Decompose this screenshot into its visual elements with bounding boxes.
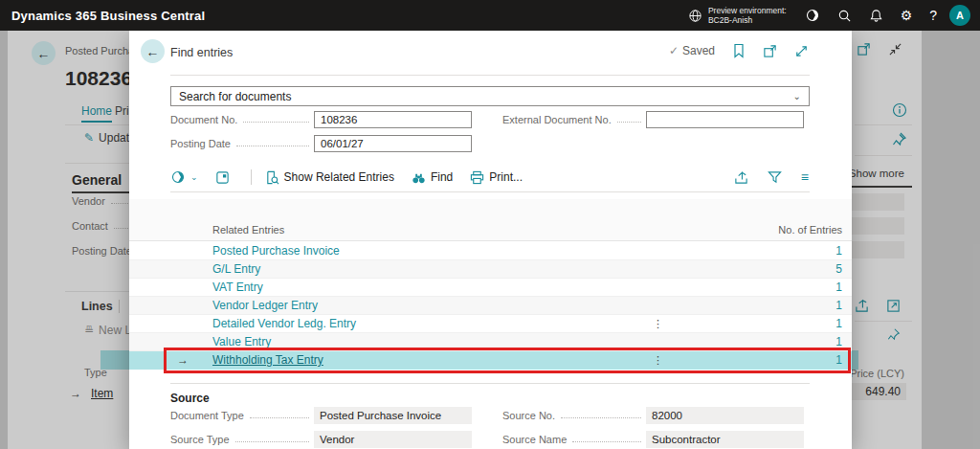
search-icon[interactable] xyxy=(829,0,860,31)
environment-indicator[interactable]: Preview environment: BC2B-Anish xyxy=(679,6,796,25)
related-entry-link[interactable]: Vendor Ledger Entry xyxy=(212,299,318,312)
posting-date-label: Posting Date xyxy=(170,138,314,149)
entry-count-link[interactable]: 1 xyxy=(835,317,842,330)
show-related-entries-button[interactable]: Show Related Entries xyxy=(265,170,394,185)
dialog-toolbar: ⌄ Show Related Entries Find Print... xyxy=(170,166,809,189)
expand-fullscreen-icon[interactable] xyxy=(794,44,809,58)
source-name-value: Subcontractor xyxy=(646,431,804,448)
row-pointer-arrow: → xyxy=(129,353,212,367)
environment-text: Preview environment: BC2B-Anish xyxy=(708,6,787,25)
row-context-menu-icon[interactable]: ⋮ xyxy=(653,354,746,367)
entry-count-link[interactable]: 1 xyxy=(835,335,842,348)
dialog-title: Find entries xyxy=(170,46,233,59)
analyze-icon[interactable] xyxy=(215,170,230,185)
related-entries-table: Posted Purchase Invoice ⋮ 1 G/L Entry ⋮ … xyxy=(129,242,852,370)
table-row[interactable]: Posted Purchase Invoice ⋮ 1 xyxy=(129,242,852,260)
filter-icon[interactable] xyxy=(768,170,782,185)
app-title: Dynamics 365 Business Central xyxy=(11,9,205,23)
find-entries-dialog: ← Find entries ✓ Saved Search for docume… xyxy=(129,31,852,449)
bookmark-icon[interactable] xyxy=(732,43,746,58)
print-button[interactable]: Print... xyxy=(470,170,523,185)
table-row[interactable]: → Withholding Tax Entry ⋮ 1 xyxy=(129,351,852,370)
source-section-heading: Source xyxy=(170,392,210,405)
globe-icon xyxy=(688,9,702,23)
dialog-header-icons: ✓ Saved xyxy=(669,43,809,58)
related-entry-link[interactable]: Posted Purchase Invoice xyxy=(212,244,340,258)
options-list-icon[interactable]: ≡ xyxy=(801,170,809,184)
entry-count-link[interactable]: 1 xyxy=(835,281,842,294)
external-document-no-label: External Document No. xyxy=(502,114,646,125)
document-type-label: Document Type xyxy=(170,410,314,421)
document-search-dropdown[interactable]: Search for documents ⌄ xyxy=(170,86,810,106)
entry-count-link[interactable]: 1 xyxy=(835,353,842,367)
source-name-label: Source Name xyxy=(502,434,646,445)
related-entry-link[interactable]: G/L Entry xyxy=(212,262,260,276)
copilot-icon[interactable] xyxy=(796,0,829,31)
table-row[interactable]: Value Entry ⋮ 1 xyxy=(129,333,852,351)
screen: Dynamics 365 Business Central Preview en… xyxy=(0,0,980,449)
entry-count-link[interactable]: 1 xyxy=(835,244,842,258)
related-entries-column-header: Related Entries xyxy=(212,224,284,236)
no-of-entries-column-header: No. of Entries xyxy=(778,224,842,236)
source-no-value: 82000 xyxy=(646,407,804,424)
user-avatar[interactable]: A xyxy=(949,5,970,26)
document-no-input[interactable] xyxy=(314,111,472,128)
table-row[interactable]: G/L Entry ⋮ 5 xyxy=(129,260,852,279)
saved-status: ✓ Saved xyxy=(669,44,715,57)
search-dropdown-value: Search for documents xyxy=(179,90,291,103)
copilot-menu-button[interactable]: ⌄ xyxy=(170,169,198,185)
source-type-label: Source Type xyxy=(170,434,314,445)
entry-count-link[interactable]: 5 xyxy=(835,262,842,276)
entry-count-link[interactable]: 1 xyxy=(835,299,842,312)
help-icon[interactable]: ? xyxy=(921,0,946,31)
notifications-bell-icon[interactable] xyxy=(860,0,892,31)
related-entries-table-header: Related Entries No. of Entries xyxy=(129,199,852,241)
row-context-menu-icon[interactable]: ⋮ xyxy=(653,318,746,330)
chevron-down-icon: ⌄ xyxy=(190,172,198,182)
related-entry-link[interactable]: Detailed Vendor Ledg. Entry xyxy=(212,317,356,330)
posting-date-input[interactable] xyxy=(314,135,472,152)
source-no-label: Source No. xyxy=(502,410,646,421)
dialog-back-button[interactable]: ← xyxy=(141,39,165,63)
related-entry-link[interactable]: Value Entry xyxy=(212,335,271,348)
external-document-no-input[interactable] xyxy=(646,111,804,128)
settings-gear-icon[interactable]: ⚙ xyxy=(892,0,922,31)
document-type-value: Posted Purchase Invoice xyxy=(314,407,472,424)
chevron-down-icon: ⌄ xyxy=(793,91,801,101)
find-button[interactable]: Find xyxy=(412,170,453,185)
saved-check-icon: ✓ xyxy=(669,44,679,57)
top-navigation-bar: Dynamics 365 Business Central Preview en… xyxy=(0,0,980,31)
source-type-value: Vendor xyxy=(314,431,472,448)
related-entry-link[interactable]: Withholding Tax Entry xyxy=(212,353,323,367)
table-row[interactable]: Vendor Ledger Entry ⋮ 1 xyxy=(129,297,852,315)
open-in-window-icon[interactable] xyxy=(763,44,777,58)
table-row[interactable]: Detailed Vendor Ledg. Entry ⋮ 1 xyxy=(129,315,852,333)
table-row[interactable]: VAT Entry ⋮ 1 xyxy=(129,279,852,297)
share-icon[interactable] xyxy=(734,170,748,185)
document-no-label: Document No. xyxy=(170,114,314,125)
related-entry-link[interactable]: VAT Entry xyxy=(212,281,263,294)
